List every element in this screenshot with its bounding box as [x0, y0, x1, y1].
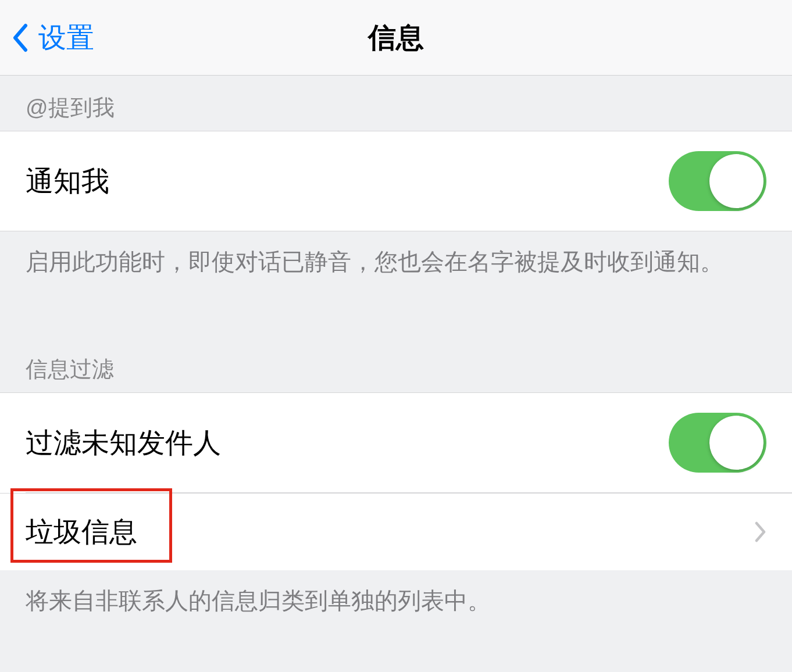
- filter-group: 过滤未知发件人 垃圾信息: [0, 392, 792, 570]
- chevron-left-icon: [12, 23, 28, 52]
- filter-description: 将来自非联系人的信息归类到单独的列表中。: [0, 570, 792, 635]
- spam-messages-label: 垃圾信息: [26, 513, 137, 551]
- page-title: 信息: [368, 19, 424, 56]
- back-button[interactable]: 设置: [0, 19, 94, 56]
- notify-me-description: 启用此功能时，即使对话已静音，您也会在名字被提及时收到通知。: [0, 231, 792, 296]
- filter-unknown-label: 过滤未知发件人: [26, 424, 221, 462]
- section-header-mention: @提到我: [0, 76, 792, 131]
- notify-me-toggle[interactable]: [669, 151, 766, 211]
- settings-screen: 设置 信息 @提到我 通知我 启用此功能时，即使对话已静音，您也会在名字被提及时…: [0, 0, 792, 635]
- section-header-filter: 信息过滤: [0, 337, 792, 392]
- back-label: 设置: [38, 19, 94, 56]
- filter-unknown-toggle[interactable]: [669, 413, 766, 473]
- notify-me-row: 通知我: [0, 131, 792, 231]
- chevron-right-icon: [755, 521, 766, 542]
- spam-messages-row[interactable]: 垃圾信息: [0, 493, 792, 570]
- notify-me-label: 通知我: [26, 163, 109, 200]
- nav-header: 设置 信息: [0, 0, 792, 76]
- filter-unknown-row: 过滤未知发件人: [0, 392, 792, 492]
